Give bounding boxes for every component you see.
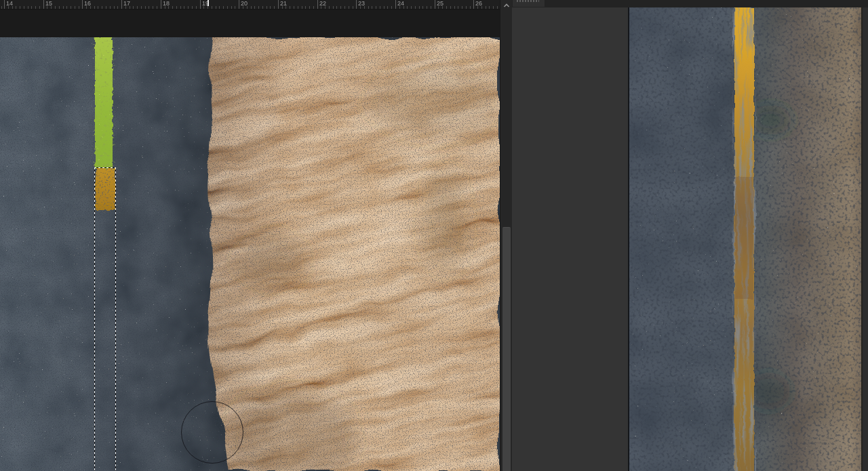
marquee-edge-top — [94, 167, 116, 168]
pasteboard — [863, 7, 868, 471]
ruler-unit-label: 25 — [435, 0, 443, 9]
brush-cursor-outline — [181, 401, 243, 464]
ruler-unit-label: 23 — [356, 0, 365, 9]
ruler-unit-label: 18 — [161, 0, 170, 9]
ruler-unit-label: 15 — [43, 0, 52, 9]
canvas-texture — [0, 37, 500, 471]
worn-yellow-line — [734, 7, 754, 471]
vertical-scrollbar[interactable] — [500, 0, 513, 471]
pasteboard — [512, 7, 628, 471]
marquee-edge-right — [115, 167, 116, 471]
green-road-line — [95, 37, 113, 168]
document-tab-bar — [512, 0, 868, 7]
ruler-unit-label: 21 — [278, 0, 287, 9]
marquee-edge-left — [94, 167, 95, 471]
ruler-unit-label: 14 — [4, 0, 13, 9]
application-window: 14151617181920212223242526 — [0, 0, 868, 471]
ruler-unit-label: 24 — [395, 0, 404, 9]
pasteboard — [0, 9, 500, 37]
document-tab[interactable] — [513, 0, 545, 7]
ruler-cursor-marker — [208, 0, 209, 6]
clipped-tab-label — [517, 0, 539, 2]
horizontal-ruler[interactable]: 14151617181920212223242526 — [0, 0, 500, 9]
document-canvas[interactable] — [0, 37, 500, 471]
ruler-ticks — [0, 6, 500, 9]
selection-marquee[interactable] — [94, 167, 116, 471]
ruler-unit-label: 20 — [239, 0, 248, 9]
ruler-unit-label: 16 — [82, 0, 91, 9]
primary-document-view[interactable]: 14151617181920212223242526 — [0, 0, 512, 471]
scroll-up-icon[interactable] — [503, 3, 510, 8]
ruler-unit-label: 22 — [317, 0, 326, 9]
zoomed-road-image[interactable] — [628, 7, 863, 471]
secondary-document-view[interactable] — [512, 0, 868, 471]
ruler-unit-label: 17 — [121, 0, 130, 9]
scrollbar-thumb[interactable] — [502, 227, 511, 471]
ruler-unit-label: 26 — [473, 0, 482, 9]
